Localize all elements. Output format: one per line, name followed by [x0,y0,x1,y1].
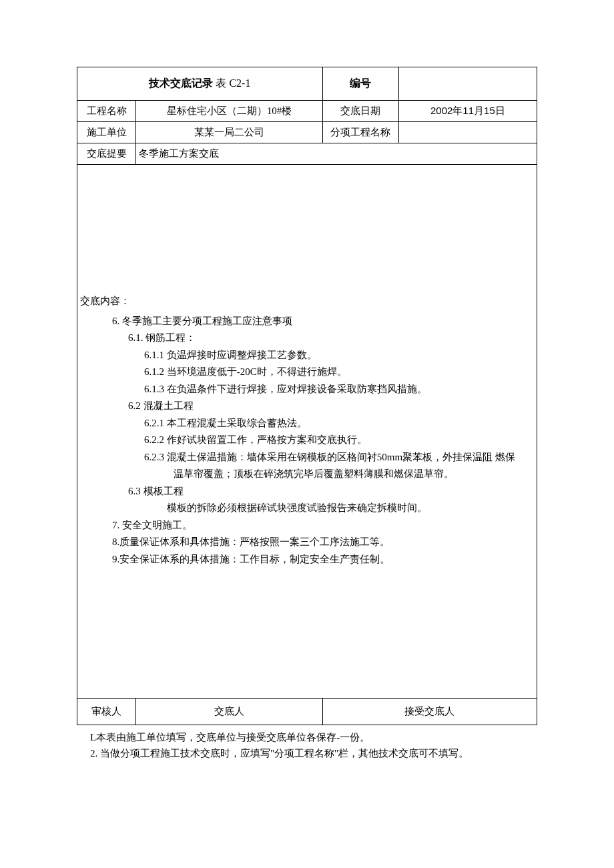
section-6-2-2: 6.2.2 作好试块留置工作，严格按方案和交底执行。 [80,432,534,449]
title-code: 表 C2-1 [216,77,250,89]
section-6-3-1: 模板的拆除必须根据碎试块强度试验报告来确定拆模时间。 [80,500,534,517]
signature-row: 审核人 交底人 接受交底人 [77,699,537,725]
note-2: 2. 当做分项工程施工技术交底时，应填写"分项工程名称"栏，其他技术交底可不填写… [90,745,537,761]
section-6-2-3-b: 温草帘覆盖；顶板在碎浇筑完毕后覆盖塑料薄膜和燃保温草帘。 [80,466,534,483]
project-name-value: 星标住宅小区（二期）10#楼 [136,101,323,122]
summary-value: 冬季施工方案交底 [136,143,537,165]
receiver-label: 接受交底人 [322,699,537,725]
project-name-label: 工程名称 [77,101,136,122]
section-6-1-2: 6.1.2 当环境温度低于-20C时，不得进行施焊。 [80,364,534,381]
number-label: 编号 [322,67,398,101]
section-8: 8.质量保证体系和具体措施：严格按照一案三个工序法施工等。 [80,534,534,551]
section-6-1-3: 6.1.3 在负温条件下进行焊接，应对焊接设备采取防寒挡风措施。 [80,381,534,398]
section-9: 9.安全保证体系的具体措施：工作目标，制定安全生产责任制。 [80,551,534,568]
content-cell: 交底内容： 6. 冬季施工主要分项工程施工应注意事项 6.1. 钢筋工程： 6.… [77,165,537,699]
section-6: 6. 冬季施工主要分项工程施工应注意事项 [80,313,534,330]
discloser-label: 交底人 [136,699,323,725]
section-7: 7. 安全文明施工。 [80,517,534,534]
title-cell: 技术交底记录 表 C2-1 [77,67,323,101]
disclosure-table: 技术交底记录 表 C2-1 编号 工程名称 星标住宅小区（二期）10#楼 交底日… [77,67,537,725]
summary-row: 交底提要 冬季施工方案交底 [77,143,537,165]
unit-value: 某某一局二公司 [136,122,323,143]
content-row: 交底内容： 6. 冬季施工主要分项工程施工应注意事项 6.1. 钢筋工程： 6.… [77,165,537,699]
date-label: 交底日期 [322,101,398,122]
summary-label: 交底提要 [77,143,136,165]
title-row: 技术交底记录 表 C2-1 编号 [77,67,537,101]
subproject-value [398,122,537,143]
date-value: 2002年11月15日 [398,101,537,122]
section-6-1: 6.1. 钢筋工程： [80,330,534,347]
project-row: 工程名称 星标住宅小区（二期）10#楼 交底日期 2002年11月15日 [77,101,537,122]
section-6-1-1: 6.1.1 负温焊接时应调整焊接工艺参数。 [80,347,534,364]
unit-label: 施工单位 [77,122,136,143]
content-heading: 交底内容： [80,295,534,308]
notes-section: L本表由施工单位填写，交底单位与接受交底单位各保存-一份。 2. 当做分项工程施… [77,729,537,761]
title-label: 技术交底记录 [149,77,213,89]
subproject-label: 分项工程名称 [322,122,398,143]
content-body: 6. 冬季施工主要分项工程施工应注意事项 6.1. 钢筋工程： 6.1.1 负温… [80,313,534,568]
section-6-2-3-a: 6.2.3 混凝土保温措施：墙体采用在钢模板的区格间衬50mm聚苯板，外挂保温阻… [80,449,534,466]
number-value [398,67,537,101]
section-6-2: 6.2 混凝土工程 [80,398,534,415]
unit-row: 施工单位 某某一局二公司 分项工程名称 [77,122,537,143]
reviewer-label: 审核人 [77,699,136,725]
note-1: L本表由施工单位填写，交底单位与接受交底单位各保存-一份。 [90,729,537,745]
section-6-2-1: 6.2.1 本工程混凝土采取综合蓄热法。 [80,415,534,432]
section-6-3: 6.3 模板工程 [80,483,534,500]
